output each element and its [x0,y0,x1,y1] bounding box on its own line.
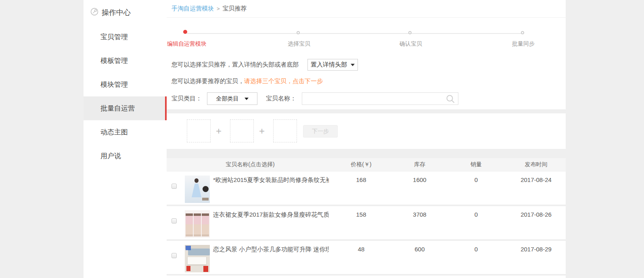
sidebar-item-batch-self-operation[interactable]: 批量自运营 [84,96,167,120]
sidebar-header-operations-center[interactable]: 操作中心 [84,0,167,25]
column-header-stock: 库存 [393,161,446,168]
product-image-blue-dress[interactable] [185,176,210,203]
product-date: 2017-08-26 [506,206,566,218]
breadcrumb-separator: > [217,6,220,12]
step-label-confirm-items: 确认宝贝 [399,40,422,48]
product-name[interactable]: *欧洲站2015夏季女装新品时尚修身条纹无袖背 [213,171,329,184]
step-dot-2 [297,31,300,34]
column-header-sales: 销量 [446,161,506,168]
category-dropdown-value: 全部类目 [216,95,239,102]
placement-dropdown-value: 置入详情头部 [311,61,347,69]
chevron-down-icon [245,98,249,100]
plus-sign: + [259,119,265,142]
main-panel: 手淘自运营模块 > 宝贝推荐 编辑自运营模块 选择宝贝 确认宝贝 批量同步 您可… [167,0,566,109]
name-filter-label: 宝贝名称： [266,95,296,102]
filter-row: 宝贝类目： 全部类目 宝贝名称： [171,92,458,105]
table-row: *欧洲站2015夏季女装新品时尚修身条纹无袖背 168 1600 0 2017-… [167,171,566,205]
product-sales: 0 [446,171,506,183]
table-row: 恋之风景 小户型小茶几多功能可升降 迷你现代 48 600 0 2017-08-… [167,241,566,274]
product-sales: 0 [446,206,506,218]
row-checkbox[interactable] [171,218,177,224]
search-input[interactable] [302,92,458,105]
step-label-select-items: 选择宝贝 [288,40,310,48]
sidebar-item-label: 模板管理 [100,56,128,65]
sidebar-header-label: 操作中心 [102,8,131,17]
sidebar-item-label: 宝贝管理 [100,32,128,42]
column-header-date: 发布时间 [506,161,566,168]
sidebar-item-baby-management[interactable]: 宝贝管理 [84,25,167,49]
step-dot-3 [408,31,412,34]
sidebar-item-label: 批量自运营 [100,104,135,113]
sidebar-item-module-management[interactable]: 模块管理 [84,73,167,96]
instruction-text-prefix: 您可以选择要推荐的宝贝， [171,77,244,84]
item-slot-1[interactable] [187,119,211,142]
instruction-row-select-items: 您可以选择要推荐的宝贝，请选择三个宝贝，点击下一步 [171,77,323,85]
item-slot-2[interactable] [230,119,254,142]
product-name[interactable]: 连衣裙女夏季2017新款女修身显瘦碎花气质喇 [213,206,329,219]
stepper: 编辑自运营模块 选择宝贝 确认宝贝 批量同步 [171,18,566,52]
item-slot-3[interactable] [273,119,297,142]
breadcrumb-parent-link[interactable]: 手淘自运营模块 [171,5,214,13]
product-stock: 600 [393,241,446,253]
column-header-price: 价格(￥) [329,161,393,168]
sidebar-item-dynamic-main-image[interactable]: 动态主图 [84,120,167,144]
stepper-line [187,33,523,34]
breadcrumb-current: 宝贝推荐 [223,5,247,13]
column-header-name: 宝贝名称(点击选择) [171,161,329,168]
next-step-button[interactable]: 下一步 [303,125,338,138]
product-stock: 3708 [393,206,446,218]
search-field-wrapper [302,92,458,105]
step-label-edit-module: 编辑自运营模块 [167,40,207,48]
table-row: 连衣裙女夏季2017新款女修身显瘦碎花气质喇 158 3708 0 2017-0… [167,206,566,239]
sidebar-item-label: 模块管理 [100,80,128,89]
product-price: 158 [329,206,393,218]
category-dropdown[interactable]: 全部类目 [207,92,257,105]
placement-dropdown[interactable]: 置入详情头部 [307,59,358,71]
row-checkbox[interactable] [171,253,177,258]
sidebar-item-template-management[interactable]: 模板管理 [84,49,167,73]
product-sales: 0 [446,241,506,253]
plus-sign: + [216,119,222,142]
sidebar-item-label: 动态主图 [100,128,128,137]
table-header: 宝贝名称(点击选择) 价格(￥) 库存 销量 发布时间 [167,158,566,171]
search-icon[interactable] [445,94,455,105]
step-dot-4 [521,31,524,34]
product-image-floral-dress[interactable] [185,210,210,238]
sidebar-item-user-says[interactable]: 用户说 [84,144,167,168]
next-row-sliver [167,276,566,278]
row-checkbox[interactable] [171,184,177,189]
instruction-row-placement: 您可以选择宝贝推荐，置入详情的头部或者底部 置入详情头部 [171,59,358,71]
instruction-text-placement: 您可以选择宝贝推荐，置入详情的头部或者底部 [171,61,299,69]
step-label-batch-sync: 批量同步 [512,40,535,48]
instruction-text-highlight: 请选择三个宝贝，点击下一步 [244,77,323,84]
product-image-coffee-table[interactable] [185,245,210,272]
wrench-icon [90,8,98,18]
product-price: 48 [329,241,393,253]
product-date: 2017-08-24 [506,171,566,183]
chevron-down-icon [351,64,355,66]
sidebar-item-label: 用户说 [100,151,121,161]
product-name[interactable]: 恋之风景 小户型小茶几多功能可升降 迷你现代 [213,241,329,253]
category-filter-label: 宝贝类目： [171,95,202,102]
product-date: 2017-08-29 [506,241,566,253]
breadcrumb: 手淘自运营模块 > 宝贝推荐 [167,0,566,18]
step-dot-1 [183,30,187,34]
product-stock: 1600 [393,171,446,183]
selection-panel: + + 下一步 [167,113,566,149]
sidebar: 操作中心 宝贝管理 模板管理 模块管理 批量自运营 动态主图 用户说 [84,0,167,278]
product-price: 168 [329,171,393,183]
